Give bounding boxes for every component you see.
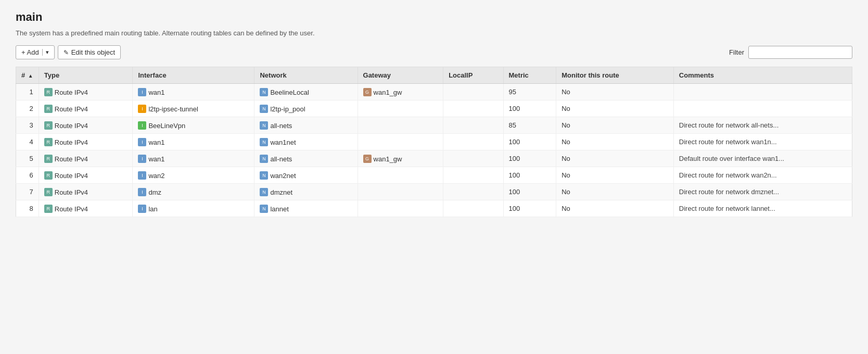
interface-icon: I xyxy=(138,171,146,180)
col-header-num[interactable]: # ▲ xyxy=(16,67,39,84)
edit-icon: ✎ xyxy=(63,49,69,56)
type-label: Route IPv4 xyxy=(55,188,88,196)
interface-icon: I xyxy=(138,205,146,213)
table-header-row: # ▲ Type Interface Network Gateway Local… xyxy=(16,67,852,84)
cell-gateway xyxy=(358,117,443,134)
cell-interface: Il2tp-ipsec-tunnel xyxy=(133,100,254,117)
cell-localip xyxy=(443,100,503,117)
network-label: all-nets xyxy=(270,155,292,163)
interface-label: wan1 xyxy=(148,138,164,146)
cell-localip xyxy=(443,117,503,134)
cell-gateway xyxy=(358,134,443,150)
gateway-icon: G xyxy=(363,155,372,163)
route-icon: R xyxy=(44,105,53,113)
cell-network: Nwan2net xyxy=(254,167,358,184)
cell-comments: Direct route for network all-nets... xyxy=(673,117,852,134)
type-label: Route IPv4 xyxy=(55,205,88,213)
cell-type: RRoute IPv4 xyxy=(39,100,133,117)
interface-icon: I xyxy=(138,88,146,96)
cell-monitor: No xyxy=(556,117,674,134)
table-row[interactable]: 6RRoute IPv4Iwan2Nwan2net100NoDirect rou… xyxy=(16,167,852,184)
table-row[interactable]: 7RRoute IPv4IdmzNdmznet100NoDirect route… xyxy=(16,184,852,200)
cell-interface: Ilan xyxy=(133,200,254,217)
cell-localip xyxy=(443,134,503,150)
col-header-monitor: Monitor this route xyxy=(556,67,674,84)
cell-num: 2 xyxy=(16,100,39,117)
page-title: main xyxy=(16,10,852,24)
toolbar: + Add ▾ ✎ Edit this object Filter xyxy=(16,45,852,59)
cell-localip xyxy=(443,167,503,184)
cell-metric: 100 xyxy=(503,134,556,150)
add-button[interactable]: + Add ▾ xyxy=(16,45,55,59)
cell-metric: 100 xyxy=(503,150,556,167)
cell-gateway xyxy=(358,100,443,117)
type-label: Route IPv4 xyxy=(55,88,88,96)
table-row[interactable]: 2RRoute IPv4Il2tp-ipsec-tunnelNl2tp-ip_p… xyxy=(16,100,852,117)
cell-comments: Direct route for network dmznet... xyxy=(673,184,852,200)
network-icon: N xyxy=(260,205,268,213)
col-header-interface: Interface xyxy=(133,67,254,84)
cell-network: NBeelineLocal xyxy=(254,84,358,100)
gateway-label: wan1_gw xyxy=(374,88,402,96)
route-icon: R xyxy=(44,171,53,180)
network-icon: N xyxy=(260,105,268,113)
edit-button-label: Edit this object xyxy=(71,48,116,56)
cell-comments: Default route over interface wan1... xyxy=(673,150,852,167)
cell-comments: Direct route for network wan1n... xyxy=(673,134,852,150)
table-row[interactable]: 5RRoute IPv4Iwan1Nall-netsGwan1_gw100NoD… xyxy=(16,150,852,167)
cell-interface: Iwan1 xyxy=(133,134,254,150)
cell-comments xyxy=(673,100,852,117)
type-label: Route IPv4 xyxy=(55,105,88,113)
type-label: Route IPv4 xyxy=(55,138,88,146)
route-icon: R xyxy=(44,138,53,146)
cell-gateway xyxy=(358,184,443,200)
cell-gateway: Gwan1_gw xyxy=(358,84,443,100)
cell-metric: 85 xyxy=(503,117,556,134)
page-subtitle: The system has a predefined main routing… xyxy=(16,29,852,37)
table-row[interactable]: 4RRoute IPv4Iwan1Nwan1net100NoDirect rou… xyxy=(16,134,852,150)
route-icon: R xyxy=(44,88,53,96)
interface-label: wan2 xyxy=(148,172,164,180)
type-label: Route IPv4 xyxy=(55,172,88,180)
route-icon: R xyxy=(44,155,53,163)
cell-num: 6 xyxy=(16,167,39,184)
routes-table: # ▲ Type Interface Network Gateway Local… xyxy=(16,67,852,217)
filter-input[interactable] xyxy=(748,46,852,59)
table-row[interactable]: 8RRoute IPv4IlanNlannet100NoDirect route… xyxy=(16,200,852,217)
cell-num: 3 xyxy=(16,117,39,134)
interface-icon: I xyxy=(138,188,146,196)
table-row[interactable]: 3RRoute IPv4IBeeLineVpnNall-nets85NoDire… xyxy=(16,117,852,134)
cell-num: 8 xyxy=(16,200,39,217)
cell-type: RRoute IPv4 xyxy=(39,200,133,217)
cell-gateway xyxy=(358,167,443,184)
cell-gateway: Gwan1_gw xyxy=(358,150,443,167)
type-label: Route IPv4 xyxy=(55,155,88,163)
cell-interface: Iwan1 xyxy=(133,84,254,100)
cell-interface: Iwan2 xyxy=(133,167,254,184)
interface-label: lan xyxy=(148,205,157,213)
network-icon: N xyxy=(260,138,268,146)
sort-arrow: ▲ xyxy=(28,73,33,79)
cell-type: RRoute IPv4 xyxy=(39,117,133,134)
table-row[interactable]: 1RRoute IPv4Iwan1NBeelineLocalGwan1_gw95… xyxy=(16,84,852,100)
network-label: dmznet xyxy=(270,188,292,196)
cell-localip xyxy=(443,200,503,217)
cell-num: 5 xyxy=(16,150,39,167)
edit-button[interactable]: ✎ Edit this object xyxy=(58,45,121,59)
cell-type: RRoute IPv4 xyxy=(39,150,133,167)
cell-localip xyxy=(443,184,503,200)
interface-icon: I xyxy=(138,105,146,113)
gateway-label: wan1_gw xyxy=(374,155,402,163)
route-icon: R xyxy=(44,188,53,196)
cell-monitor: No xyxy=(556,150,674,167)
interface-icon: I xyxy=(138,138,146,146)
add-dropdown-arrow[interactable]: ▾ xyxy=(42,49,49,56)
col-header-network: Network xyxy=(254,67,358,84)
cell-metric: 100 xyxy=(503,167,556,184)
cell-comments: Direct route for network wan2n... xyxy=(673,167,852,184)
cell-monitor: No xyxy=(556,200,674,217)
cell-type: RRoute IPv4 xyxy=(39,184,133,200)
cell-interface: Idmz xyxy=(133,184,254,200)
cell-monitor: No xyxy=(556,167,674,184)
cell-num: 7 xyxy=(16,184,39,200)
